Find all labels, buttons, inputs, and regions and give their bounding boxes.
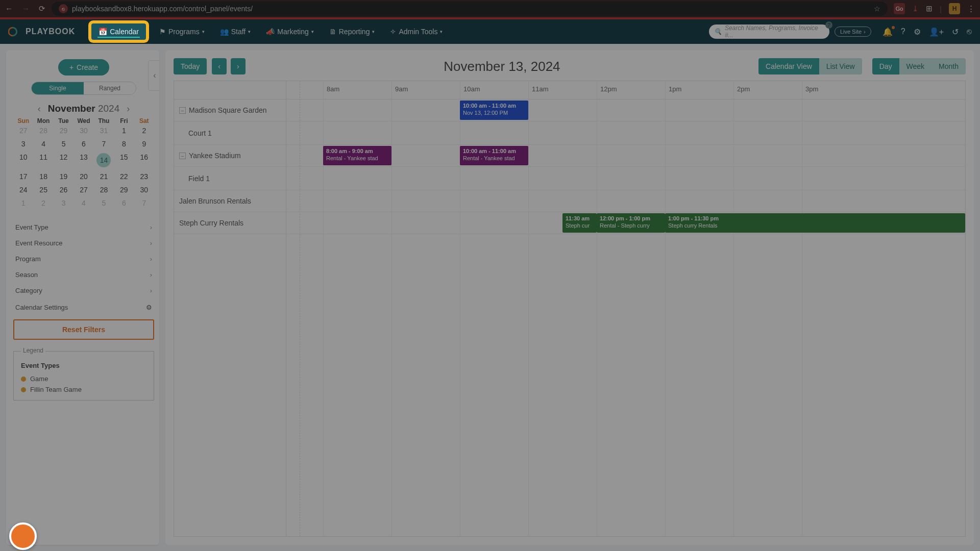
nav-calendar[interactable]: 📅 Calendar: [91, 23, 146, 40]
filter-row[interactable]: Season›: [13, 267, 154, 283]
prev-day-button[interactable]: ‹: [212, 58, 227, 74]
nav-marketing[interactable]: 📣 Marketing▾: [264, 24, 315, 39]
list-view-tab[interactable]: List View: [819, 58, 862, 74]
day-cell[interactable]: 20: [74, 172, 93, 181]
global-search-input[interactable]: ? 🔍 Search Names, Programs, Invoice #...: [709, 24, 829, 39]
download-icon[interactable]: ⤓: [912, 4, 919, 13]
collapse-icon[interactable]: –: [179, 153, 186, 159]
nav-programs[interactable]: ⚑ Programs▾: [157, 24, 207, 39]
range-week[interactable]: Week: [899, 58, 932, 74]
today-button[interactable]: Today: [174, 58, 207, 74]
seg-ranged[interactable]: Ranged: [84, 82, 136, 94]
day-cell[interactable]: 22: [114, 172, 134, 181]
collapse-icon[interactable]: –: [179, 107, 186, 114]
gear-icon[interactable]: ⚙: [914, 27, 921, 37]
calendar-view-tab[interactable]: Calendar View: [758, 58, 819, 74]
day-cell[interactable]: 10: [13, 153, 33, 167]
day-cell[interactable]: 24: [13, 186, 33, 194]
filter-row[interactable]: Event Type›: [13, 219, 154, 235]
filter-row[interactable]: Program›: [13, 251, 154, 267]
forward-icon[interactable]: →: [22, 4, 30, 13]
day-cell[interactable]: 18: [33, 172, 53, 181]
day-cell[interactable]: 3: [13, 140, 33, 148]
bookmark-star-icon[interactable]: ☆: [874, 5, 880, 13]
help-float-button[interactable]: [9, 522, 37, 550]
reset-filters-button[interactable]: Reset Filters: [13, 319, 154, 340]
day-cell[interactable]: 29: [54, 127, 74, 135]
calendar-event[interactable]: 1:00 pm - 11:30 pmSteph curry Rentals: [665, 213, 965, 233]
help-icon[interactable]: ?: [901, 27, 905, 37]
day-cell[interactable]: 2: [134, 127, 154, 135]
nav-reporting[interactable]: 🗎 Reporting▾: [327, 24, 377, 39]
day-cell[interactable]: 7: [94, 140, 114, 148]
add-user-icon[interactable]: 👤+: [929, 27, 944, 37]
day-cell[interactable]: 28: [94, 186, 114, 194]
day-cell[interactable]: 21: [94, 172, 114, 181]
resource-row[interactable]: Court 1: [174, 121, 286, 145]
bell-icon[interactable]: 🔔: [883, 27, 893, 37]
day-cell[interactable]: 8: [114, 140, 134, 148]
schedule-row[interactable]: [286, 190, 965, 212]
schedule-row[interactable]: 8:00 am - 9:00 amRental - Yankee stad10:…: [286, 145, 965, 167]
day-cell[interactable]: 5: [54, 140, 74, 148]
extensions-icon[interactable]: ⊞: [926, 4, 933, 13]
create-button[interactable]: + Create: [58, 59, 109, 76]
calendar-event[interactable]: 8:00 am - 9:00 amRental - Yankee stad: [323, 146, 391, 165]
day-cell[interactable]: 9: [134, 140, 154, 148]
calendar-settings[interactable]: Calendar Settings ⚙: [13, 298, 154, 313]
day-cell[interactable]: 1: [114, 127, 134, 135]
extension-badge-icon[interactable]: Go: [894, 3, 905, 14]
day-cell[interactable]: 26: [54, 186, 74, 194]
nav-admin[interactable]: ✧ Admin Tools▾: [388, 24, 445, 39]
reload-icon[interactable]: ⟳: [39, 4, 45, 13]
day-cell[interactable]: 4: [33, 140, 53, 148]
day-cell[interactable]: 15: [114, 153, 134, 167]
day-cell[interactable]: 31: [94, 127, 114, 135]
live-site-button[interactable]: Live Site ›: [835, 27, 871, 37]
day-cell[interactable]: 4: [74, 199, 93, 207]
day-cell[interactable]: 12: [54, 153, 74, 167]
calendar-event[interactable]: 10:00 am - 11:00 amNov 13, 12:00 PM: [460, 101, 528, 120]
app-logo[interactable]: PLAYBOOK: [8, 24, 75, 39]
day-cell[interactable]: 5: [94, 199, 114, 207]
calendar-event[interactable]: 10:00 am - 11:00 amRental - Yankee stad: [460, 146, 528, 165]
next-day-button[interactable]: ›: [231, 58, 246, 74]
resource-row[interactable]: –Yankee Stadium: [174, 145, 286, 167]
history-icon[interactable]: ↺: [952, 27, 959, 37]
filter-row[interactable]: Category›: [13, 283, 154, 298]
menu-icon[interactable]: ⋮: [967, 4, 975, 13]
resource-row[interactable]: –Madison Square Garden: [174, 99, 286, 121]
filter-row[interactable]: Event Resource›: [13, 235, 154, 251]
resource-row[interactable]: Field 1: [174, 167, 286, 190]
profile-avatar[interactable]: H: [949, 3, 960, 14]
day-cell[interactable]: 6: [114, 199, 134, 207]
day-cell[interactable]: 30: [134, 186, 154, 194]
day-cell[interactable]: 13: [74, 153, 93, 167]
schedule-row[interactable]: [286, 121, 965, 145]
resource-row[interactable]: Jalen Brunson Rentals: [174, 190, 286, 212]
day-cell[interactable]: 27: [13, 127, 33, 135]
day-cell[interactable]: 25: [33, 186, 53, 194]
nav-staff[interactable]: 👥 Staff▾: [218, 24, 253, 39]
day-cell-today[interactable]: 14: [94, 153, 114, 167]
back-icon[interactable]: ←: [5, 4, 13, 13]
range-day[interactable]: Day: [872, 58, 899, 74]
day-cell[interactable]: 3: [54, 199, 74, 207]
day-cell[interactable]: 17: [13, 172, 33, 181]
day-cell[interactable]: 28: [33, 127, 53, 135]
day-cell[interactable]: 30: [74, 127, 93, 135]
collapse-handle[interactable]: ‹: [148, 60, 159, 91]
range-month[interactable]: Month: [932, 58, 966, 74]
day-cell[interactable]: 6: [74, 140, 93, 148]
schedule-row[interactable]: [286, 167, 965, 190]
day-cell[interactable]: 2: [33, 199, 53, 207]
day-cell[interactable]: 23: [134, 172, 154, 181]
url-bar[interactable]: ⎋ playbooksandbox8.herokuapp.com/control…: [52, 2, 888, 16]
day-cell[interactable]: 7: [134, 199, 154, 207]
next-month[interactable]: ›: [122, 104, 134, 114]
logout-icon[interactable]: ⎋: [967, 27, 972, 37]
prev-month[interactable]: ‹: [34, 104, 45, 114]
schedule-row[interactable]: 10:00 am - 11:00 amNov 13, 12:00 PM: [286, 99, 965, 121]
day-cell[interactable]: 19: [54, 172, 74, 181]
day-cell[interactable]: 29: [114, 186, 134, 194]
